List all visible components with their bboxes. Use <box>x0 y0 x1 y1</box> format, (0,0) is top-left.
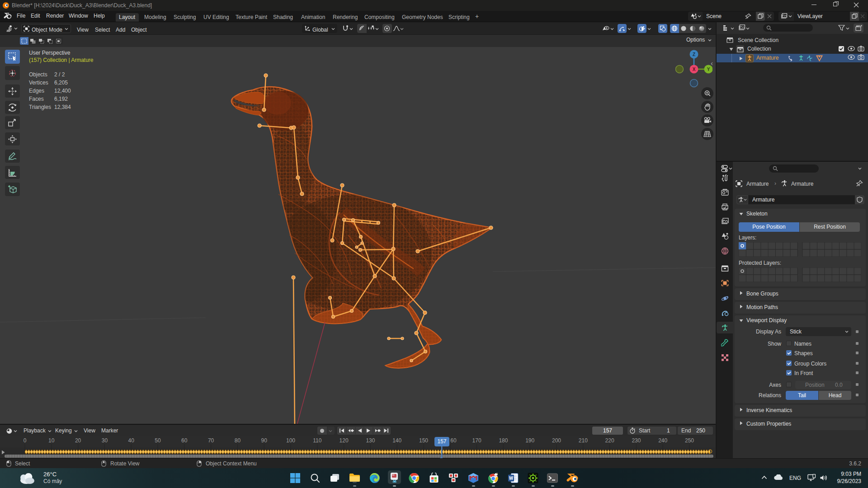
svg-text:40: 40 <box>128 437 135 444</box>
svg-text:60: 60 <box>450 437 457 444</box>
svg-text:0: 0 <box>24 437 27 444</box>
svg-text:Z: Z <box>693 52 695 57</box>
svg-text:200: 200 <box>552 437 561 444</box>
svg-text:190: 190 <box>525 437 534 444</box>
svg-text:100: 100 <box>286 437 295 444</box>
svg-text:240: 240 <box>658 437 667 444</box>
svg-text:130: 130 <box>366 437 375 444</box>
svg-text:210: 210 <box>579 437 588 444</box>
svg-text:250: 250 <box>685 437 694 444</box>
svg-text:60: 60 <box>181 437 188 444</box>
svg-text:80: 80 <box>235 437 241 444</box>
svg-text:170: 170 <box>472 437 481 444</box>
svg-text:70: 70 <box>208 437 214 444</box>
svg-text:X: X <box>693 67 696 72</box>
svg-text:20: 20 <box>75 437 81 444</box>
svg-text:90: 90 <box>261 437 268 444</box>
svg-text:110: 110 <box>313 437 321 444</box>
svg-text:Y: Y <box>707 67 710 72</box>
svg-text:220: 220 <box>605 437 614 444</box>
svg-text:140: 140 <box>392 437 401 444</box>
svg-text:230: 230 <box>632 437 641 444</box>
svg-text:30: 30 <box>102 437 108 444</box>
svg-text:180: 180 <box>499 437 508 444</box>
svg-text:50: 50 <box>155 437 161 444</box>
svg-text:120: 120 <box>340 437 349 444</box>
svg-text:10: 10 <box>48 437 55 444</box>
svg-text:150: 150 <box>419 437 428 444</box>
